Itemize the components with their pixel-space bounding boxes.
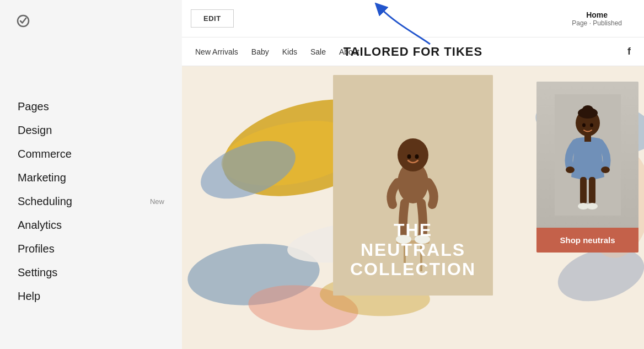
logo-area xyxy=(0,0,182,42)
shop-neutrals-button[interactable]: Shop neutrals xyxy=(536,228,638,253)
edit-button[interactable]: EDIT xyxy=(191,9,234,28)
svg-point-19 xyxy=(407,154,411,159)
secondary-child-image xyxy=(536,82,638,228)
svg-point-33 xyxy=(590,123,593,127)
website-preview: New Arrivals Baby Kids Sale About TAILOR… xyxy=(182,37,644,349)
sidebar-item-marketing[interactable]: Marketing xyxy=(0,166,182,190)
svg-point-16 xyxy=(398,138,428,171)
squarespace-logo-icon xyxy=(13,11,33,31)
website-navigation: New Arrivals Baby Kids Sale About TAILOR… xyxy=(182,37,644,66)
website-brand-name: TAILORED FOR TIKES xyxy=(344,45,482,59)
sidebar-navigation: Pages Design Commerce Marketing Scheduli… xyxy=(0,86,182,317)
svg-point-24 xyxy=(582,105,593,114)
sidebar-item-design[interactable]: Design xyxy=(0,119,182,142)
nav-links: New Arrivals Baby Kids Sale About xyxy=(195,47,359,56)
sidebar-item-help[interactable]: Help xyxy=(0,284,182,308)
sidebar-item-commerce[interactable]: Commerce xyxy=(0,142,182,166)
main-content: EDIT Home Page · Published xyxy=(182,0,644,349)
sidebar-item-pages[interactable]: Pages xyxy=(0,95,182,119)
svg-rect-28 xyxy=(580,177,587,205)
svg-point-32 xyxy=(582,123,586,127)
hero-line-3: COLLECTION xyxy=(333,260,493,279)
hero-text-overlay: THE NEUTRALS COLLECTION xyxy=(333,221,493,279)
svg-rect-29 xyxy=(589,177,595,205)
svg-point-31 xyxy=(587,203,598,210)
page-title: Home xyxy=(572,10,622,19)
nav-link-baby[interactable]: Baby xyxy=(251,47,269,56)
nav-link-kids[interactable]: Kids xyxy=(282,47,297,56)
svg-point-27 xyxy=(601,167,610,173)
svg-point-26 xyxy=(566,167,575,173)
sidebar: Pages Design Commerce Marketing Scheduli… xyxy=(0,0,182,349)
sidebar-item-scheduling[interactable]: Scheduling New xyxy=(0,190,182,213)
nav-link-new-arrivals[interactable]: New Arrivals xyxy=(195,47,238,56)
secondary-card: Shop neutrals xyxy=(536,82,638,253)
facebook-icon[interactable]: f xyxy=(627,46,631,57)
hero-line-1: THE xyxy=(333,221,493,240)
svg-rect-25 xyxy=(584,135,591,142)
hero-line-2: NEUTRALS xyxy=(333,240,493,260)
girl-figure-svg xyxy=(555,94,621,216)
sidebar-item-profiles[interactable]: Profiles xyxy=(0,237,182,261)
website-content: New Arrivals Baby Kids Sale About TAILOR… xyxy=(182,37,644,349)
nav-link-sale[interactable]: Sale xyxy=(310,47,326,56)
scheduling-new-badge: New xyxy=(150,197,164,206)
sidebar-item-analytics[interactable]: Analytics xyxy=(0,213,182,237)
svg-point-20 xyxy=(415,154,419,159)
topbar: EDIT Home Page · Published xyxy=(182,0,644,37)
page-info: Home Page · Published xyxy=(572,10,622,27)
sidebar-item-settings[interactable]: Settings xyxy=(0,261,182,284)
hero-card: THE NEUTRALS COLLECTION xyxy=(333,75,493,296)
page-status: Page · Published xyxy=(572,19,622,27)
